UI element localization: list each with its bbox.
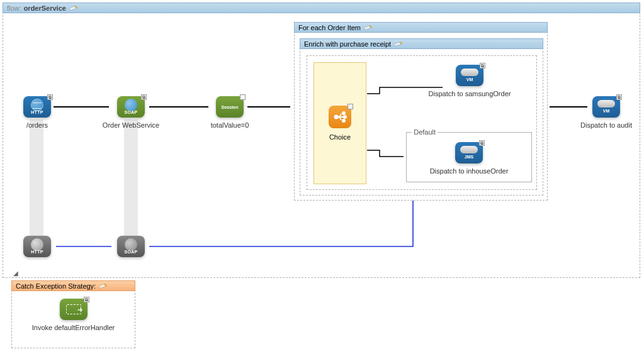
soap-component-label: Order WebService bbox=[99, 121, 162, 129]
config-badge-icon: ⧉ bbox=[47, 94, 53, 100]
foreach-header[interactable]: For each Order Item bbox=[294, 22, 548, 33]
foreach-scope[interactable]: For each Order Item Enrich with purchase… bbox=[294, 22, 548, 201]
vm-icon: ⧉ bbox=[592, 96, 620, 118]
vm-audit-label: Dispatch to audit bbox=[568, 121, 644, 129]
http-type: HTTP bbox=[23, 110, 51, 114]
flow-ref-label: Invoke defaultErrorHandler bbox=[17, 324, 130, 331]
flow-header[interactable]: flow: orderService bbox=[3, 3, 640, 13]
session-icon: Session ⧉ bbox=[216, 96, 244, 118]
svg-point-2 bbox=[342, 112, 345, 114]
vm-samsung-endpoint[interactable]: ⧉ Dispatch to samsungOrder bbox=[413, 65, 526, 97]
config-badge-icon: ⧉ bbox=[84, 297, 89, 302]
http-return-bar bbox=[30, 119, 43, 237]
soap-component[interactable]: SOAP ⧉ Order WebService bbox=[99, 96, 162, 129]
svg-point-1 bbox=[335, 116, 338, 119]
jms-inhouse-label: Dispatch to inhouseOrder bbox=[412, 167, 526, 175]
default-branch: Default ⧉ Dispatch to inhouseOrder bbox=[406, 128, 532, 182]
soap-return-bar bbox=[124, 119, 138, 237]
config-badge-icon: ⧉ bbox=[141, 94, 147, 100]
svg-point-4 bbox=[342, 119, 345, 122]
soap-icon: SOAP ⧉ bbox=[117, 96, 145, 118]
exception-title: Catch Exception Strategy: bbox=[16, 282, 96, 290]
vm-samsung-label: Dispatch to samsungOrder bbox=[413, 90, 526, 97]
http-icon: HTTP bbox=[23, 236, 51, 257]
choice-icon bbox=[329, 106, 351, 128]
http-response[interactable]: HTTP bbox=[6, 236, 69, 257]
edit-icon[interactable] bbox=[395, 40, 404, 48]
enricher-scope[interactable]: Enrich with purchase receipt Choice ⧉ bbox=[300, 38, 543, 196]
jms-inhouse-endpoint[interactable]: ⧉ Dispatch to inhouseOrder bbox=[412, 142, 526, 175]
vm-icon: ⧉ bbox=[456, 65, 483, 86]
svg-point-3 bbox=[344, 116, 346, 118]
config-badge-icon: ⧉ bbox=[240, 94, 246, 100]
edit-icon[interactable] bbox=[70, 4, 79, 12]
choice-scope[interactable]: Choice ⧉ Dispatch to samsungOrder Defaul… bbox=[307, 55, 537, 190]
flow-label: flow: bbox=[7, 4, 21, 12]
foreach-title: For each Order Item bbox=[298, 24, 361, 31]
enricher-title: Enrich with purchase receipt bbox=[304, 40, 391, 48]
flow-name: orderService bbox=[24, 4, 66, 12]
exception-header[interactable]: Catch Exception Strategy: bbox=[11, 280, 135, 291]
session-type: Session bbox=[222, 105, 239, 109]
config-badge-icon: ⧉ bbox=[479, 140, 485, 146]
enricher-header[interactable]: Enrich with purchase receipt bbox=[300, 38, 543, 49]
default-legend: Default bbox=[412, 128, 438, 136]
soap-icon: SOAP bbox=[117, 236, 145, 257]
exception-strategy-scope[interactable]: Catch Exception Strategy: ⧉ Invoke defau… bbox=[11, 280, 135, 348]
config-badge-icon bbox=[347, 104, 353, 109]
http-endpoint-label: /orders bbox=[6, 121, 69, 129]
edit-icon[interactable] bbox=[364, 24, 373, 31]
session-variable-label: totalValue=0 bbox=[198, 121, 261, 129]
vm-audit-endpoint[interactable]: ⧉ Dispatch to audit bbox=[568, 96, 644, 129]
config-badge-icon: ⧉ bbox=[616, 94, 622, 100]
soap-type: SOAP bbox=[117, 250, 145, 254]
choice-label: Choice bbox=[314, 133, 366, 141]
jms-icon: ⧉ bbox=[455, 142, 483, 163]
edit-icon[interactable] bbox=[99, 282, 108, 290]
choice-router[interactable]: Choice bbox=[314, 62, 366, 184]
soap-type: SOAP bbox=[117, 110, 145, 114]
http-type: HTTP bbox=[23, 250, 51, 254]
flow-ref-error-handler[interactable]: ⧉ Invoke defaultErrorHandler bbox=[17, 299, 130, 331]
flow-ref-icon: ⧉ bbox=[60, 299, 88, 320]
collapse-icon[interactable]: ◢ bbox=[13, 270, 18, 277]
flow-scope: flow: orderService HTTP ⧉ /orders SOAP ⧉… bbox=[3, 3, 640, 278]
http-endpoint[interactable]: HTTP ⧉ /orders bbox=[6, 96, 69, 129]
http-icon: HTTP ⧉ bbox=[23, 96, 51, 118]
config-badge-icon: ⧉ bbox=[480, 63, 485, 69]
soap-response[interactable]: SOAP bbox=[99, 236, 162, 257]
session-variable[interactable]: Session ⧉ totalValue=0 bbox=[198, 96, 261, 129]
